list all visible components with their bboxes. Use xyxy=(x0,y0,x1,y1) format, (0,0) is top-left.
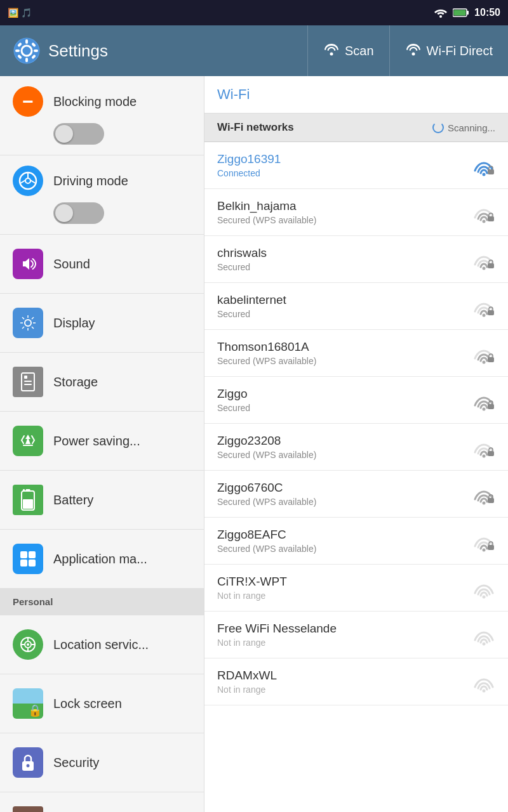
wifi-network-name: Ziggo6760C xyxy=(217,481,316,495)
wifi-network-item[interactable]: Ziggo Secured xyxy=(204,377,508,424)
display-icon-svg xyxy=(18,314,37,332)
wifi-network-name: Ziggo xyxy=(217,387,250,401)
svg-rect-6 xyxy=(25,39,28,44)
wifi-network-status: Secured (WPS available) xyxy=(217,450,316,460)
recycle-icon xyxy=(18,431,37,450)
svg-rect-32 xyxy=(24,376,27,379)
wifi-network-status: Secured xyxy=(217,309,286,319)
power-saving-label: Power saving... xyxy=(53,434,140,449)
storage-icon-svg xyxy=(19,372,37,392)
wifi-signal-icon xyxy=(472,436,495,459)
svg-point-64 xyxy=(483,360,486,363)
wifi-network-item[interactable]: RDAMxWL Not in range xyxy=(204,658,508,705)
wifi-network-name: Ziggo16391 xyxy=(217,152,281,166)
driving-mode-label: Driving mode xyxy=(53,174,128,188)
svg-rect-42 xyxy=(29,560,36,566)
wifi-network-status: Secured (WPS available) xyxy=(217,356,316,366)
wifi-networks-label: Wi-Fi networks xyxy=(217,121,294,134)
svg-point-76 xyxy=(483,689,486,692)
wifi-network-name: Ziggo23208 xyxy=(217,434,316,448)
wifi-network-info: Ziggo8EAFC Secured (WPS available) xyxy=(217,528,316,554)
driving-mode-toggle[interactable] xyxy=(53,202,104,224)
personal-section-label: Personal xyxy=(13,596,53,607)
svg-point-68 xyxy=(483,454,486,457)
wifi-network-status: Not in range xyxy=(217,638,337,648)
svg-point-60 xyxy=(483,266,486,270)
svg-rect-34 xyxy=(24,384,32,385)
sidebar-item-lock-screen[interactable]: Lock screen xyxy=(0,674,204,733)
svg-point-74 xyxy=(483,595,486,598)
svg-point-70 xyxy=(483,501,486,504)
wifi-direct-button[interactable]: Wi-Fi Direct xyxy=(389,25,508,76)
wifi-signal-icon xyxy=(472,342,495,365)
status-bar-left: 🖼️ 🎵 xyxy=(8,8,32,18)
wifi-signal-icon xyxy=(472,624,495,646)
wifi-network-name: Free WiFi Nesselande xyxy=(217,622,337,636)
sidebar-item-storage[interactable]: Storage xyxy=(0,353,204,412)
sidebar-item-blocking-mode[interactable]: Blocking mode xyxy=(0,76,204,155)
sidebar-item-driving-mode[interactable]: Driving mode xyxy=(0,155,204,235)
wifi-network-info: Ziggo Secured xyxy=(217,387,250,413)
wifi-network-item[interactable]: kabelinternet Secured xyxy=(204,283,508,330)
svg-rect-38 xyxy=(23,499,33,509)
svg-rect-71 xyxy=(488,498,494,503)
wifi-network-item[interactable]: Ziggo16391 Connected xyxy=(204,142,508,189)
wifi-network-info: Thomson16801A Secured (WPS available) xyxy=(217,340,316,366)
wifi-network-item[interactable]: Ziggo6760C Secured (WPS available) xyxy=(204,471,508,518)
wifi-network-item[interactable]: chriswals Secured xyxy=(204,236,508,283)
steering-wheel-icon xyxy=(18,171,37,190)
lock-screen-icon xyxy=(13,688,43,719)
sidebar-item-application-manager[interactable]: Application ma... xyxy=(0,530,204,589)
wifi-network-status: Secured (WPS available) xyxy=(217,215,316,225)
clock: 10:50 xyxy=(474,7,500,18)
wifi-signal-icon xyxy=(472,154,495,177)
wifi-network-item[interactable]: Thomson16801A Secured (WPS available) xyxy=(204,330,508,377)
volume-icon xyxy=(19,255,37,273)
svg-rect-57 xyxy=(488,169,494,174)
svg-rect-7 xyxy=(25,58,28,62)
scan-button[interactable]: Scan xyxy=(307,25,389,76)
wifi-network-info: chriswals Secured xyxy=(217,246,267,272)
sidebar-item-display[interactable]: Display xyxy=(0,294,204,353)
wifi-network-info: Ziggo23208 Secured (WPS available) xyxy=(217,434,316,460)
blocking-mode-toggle[interactable] xyxy=(53,123,104,145)
sidebar-item-language[interactable]: A Language and i... xyxy=(0,792,204,812)
svg-line-29 xyxy=(32,317,34,319)
svg-rect-2 xyxy=(467,11,469,15)
sidebar-item-sound[interactable]: Sound xyxy=(0,235,204,294)
wifi-signal-icon xyxy=(472,295,495,318)
location-icon xyxy=(13,629,43,660)
wifi-network-info: Free WiFi Nesselande Not in range xyxy=(217,622,337,648)
security-icon xyxy=(13,747,43,778)
sidebar-item-security[interactable]: Security xyxy=(0,733,204,792)
wifi-network-status: Connected xyxy=(217,168,281,178)
svg-line-28 xyxy=(32,327,34,329)
wifi-signal-icon xyxy=(472,530,495,553)
wifi-network-status: Not in range xyxy=(217,684,277,695)
wifi-network-item[interactable]: Ziggo23208 Secured (WPS available) xyxy=(204,424,508,471)
wifi-network-item[interactable]: CiTR!X-WPT Not in range xyxy=(204,565,508,612)
sidebar-item-power-saving[interactable]: Power saving... xyxy=(0,412,204,471)
wifi-network-name: kabelinternet xyxy=(217,293,286,307)
battery-icon-svg xyxy=(20,488,36,511)
svg-rect-8 xyxy=(15,49,20,52)
wifi-network-item[interactable]: Ziggo8EAFC Secured (WPS available) xyxy=(204,518,508,565)
wifi-network-name: Ziggo8EAFC xyxy=(217,528,316,542)
lock-screen-label: Lock screen xyxy=(53,697,122,711)
status-bar: 🖼️ 🎵 10:50 xyxy=(0,0,508,25)
svg-rect-9 xyxy=(34,49,38,52)
scan-icon xyxy=(323,43,340,59)
toggle-knob-driving xyxy=(55,204,73,222)
wifi-signal-icon xyxy=(472,671,495,693)
sidebar-item-location-services[interactable]: Location servic... xyxy=(0,615,204,674)
wifi-network-item[interactable]: Belkin_hajama Secured (WPS available) xyxy=(204,189,508,236)
wifi-network-status: Secured (WPS available) xyxy=(217,497,316,507)
blocking-mode-label: Blocking mode xyxy=(53,95,137,109)
wifi-signal-icon xyxy=(472,483,495,506)
wifi-signal-icon xyxy=(472,248,495,271)
wifi-network-item[interactable]: Free WiFi Nesselande Not in range xyxy=(204,612,508,658)
action-bar-title-area: Settings xyxy=(0,37,307,65)
svg-marker-21 xyxy=(23,258,29,270)
security-label: Security xyxy=(53,756,99,770)
sidebar-item-battery[interactable]: Battery xyxy=(0,471,204,530)
